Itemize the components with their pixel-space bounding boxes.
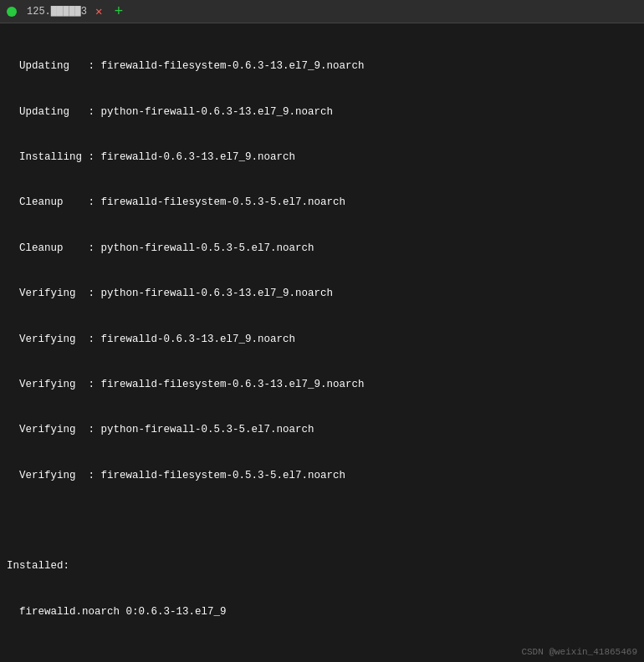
- terminal-line: Verifying : firewalld-0.6.3-13.el7_9.noa…: [7, 332, 637, 347]
- csdn-watermark: CSDN @weixin_41865469: [521, 647, 637, 657]
- terminal-line: Installing : firewalld-0.6.3-13.el7_9.no…: [7, 150, 637, 165]
- titlebar: 125.█████3 ✕ +: [0, 0, 644, 23]
- terminal-output: Updating : firewalld-filesystem-0.6.3-13…: [0, 23, 644, 662]
- terminal-line: Verifying : firewalld-filesystem-0.5.3-5…: [7, 468, 637, 483]
- terminal-line: firewalld.noarch 0:0.6.3-13.el7_9: [7, 604, 637, 619]
- tab-ip-label: 125.█████3: [27, 6, 87, 18]
- terminal-line: Updating : firewalld-filesystem-0.6.3-13…: [7, 59, 637, 74]
- terminal-line: Cleanup : firewalld-filesystem-0.5.3-5.e…: [7, 195, 637, 210]
- terminal-line: Verifying : python-firewall-0.5.3-5.el7.…: [7, 422, 637, 437]
- traffic-light-green: [7, 7, 17, 17]
- tab-ip-suffix: █████3: [51, 6, 87, 18]
- terminal-line: Verifying : firewalld-filesystem-0.6.3-1…: [7, 377, 637, 392]
- close-tab-button[interactable]: ✕: [95, 4, 102, 18]
- add-tab-button[interactable]: +: [114, 3, 123, 20]
- terminal-line: Verifying : python-firewall-0.6.3-13.el7…: [7, 286, 637, 301]
- terminal-line: [7, 513, 637, 528]
- terminal-line: Installed:: [7, 558, 637, 573]
- terminal-line: Updating : python-firewall-0.6.3-13.el7_…: [7, 104, 637, 120]
- terminal-line: Cleanup : python-firewall-0.5.3-5.el7.no…: [7, 241, 637, 256]
